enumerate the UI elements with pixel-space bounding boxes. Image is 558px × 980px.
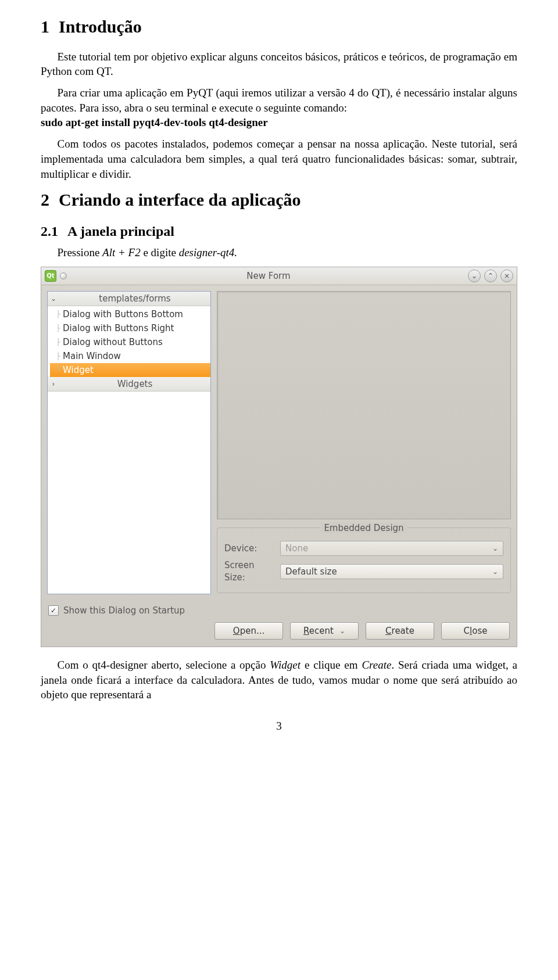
tree-section-widgets[interactable]: › Widgets — [48, 377, 210, 392]
embedded-design-group: Embedded Design Device: None ⌄ Screen Si… — [217, 527, 511, 593]
collapse-icon[interactable]: ⌄ — [48, 294, 59, 303]
maximize-button[interactable]: ⌃ — [484, 270, 497, 282]
section-1-heading: 1Introdução — [41, 15, 517, 39]
device-label: Device: — [224, 543, 276, 554]
subsection-21-cmd: designer-qt4. — [179, 246, 237, 259]
screen-size-label: Screen Size: — [224, 559, 276, 583]
install-command: sudo apt-get install pyqt4-dev-tools qt4… — [41, 116, 268, 128]
subsection-21-text-a: Pressione — [58, 246, 103, 259]
page-number: 3 — [41, 719, 517, 734]
chevron-down-icon: ⌄ — [471, 271, 477, 281]
tree-item-widget[interactable]: └Widget — [50, 363, 210, 377]
close-button[interactable]: Close — [441, 622, 510, 640]
form-preview — [217, 291, 511, 520]
recent-button[interactable]: Recent⌄ — [290, 622, 359, 640]
subsection-21-number: 2.1 — [41, 224, 58, 239]
section-2-title: Criando a interface da aplicação — [59, 190, 301, 209]
screen-size-combo-value: Default size — [285, 566, 337, 577]
after-dialog-paragraph: Com o qt4-designer aberto, selecione a o… — [41, 658, 517, 702]
section-1-title: Introdução — [59, 17, 142, 36]
section-2-heading: 2Criando a interface da aplicação — [41, 188, 517, 212]
open-button[interactable]: Open... — [214, 622, 283, 640]
embedded-design-legend: Embedded Design — [320, 523, 407, 533]
open-button-rest: pen... — [240, 626, 265, 636]
tree-item-dialog-buttons-bottom[interactable]: ├Dialog with Buttons Bottom — [50, 307, 210, 321]
tree-branch-icon: └ — [53, 365, 63, 375]
after-text-a: Com o qt4-designer aberto, selecione a o… — [58, 659, 270, 671]
after-em-create: Create — [362, 659, 391, 671]
tree-branch-icon: ├ — [53, 324, 63, 333]
dialog-titlebar[interactable]: Qt New Form ⌄ ⌃ × — [41, 267, 517, 285]
tree-item-dialog-without-buttons[interactable]: ├Dialog without Buttons — [50, 335, 210, 349]
tree-branch-icon: ├ — [53, 351, 63, 361]
new-form-dialog: Qt New Form ⌄ ⌃ × ⌄ templates/forms ├Dia… — [41, 267, 517, 647]
section-2-number: 2 — [41, 190, 49, 209]
device-combo-value: None — [285, 543, 308, 554]
subsection-21-text-b: e digite — [141, 246, 179, 259]
template-tree[interactable]: ⌄ templates/forms ├Dialog with Buttons B… — [47, 291, 211, 594]
create-button[interactable]: Create — [366, 622, 434, 640]
titlebar-dot-icon — [60, 272, 67, 279]
screen-size-combo[interactable]: Default size ⌄ — [280, 564, 503, 579]
qt-logo-icon: Qt — [45, 270, 56, 282]
chevron-down-icon: ⌄ — [492, 544, 498, 553]
after-text-b: e clique em — [301, 659, 362, 671]
subsection-21-heading: 2.1A janela principal — [41, 222, 517, 240]
startup-checkbox-row[interactable]: ✓ Show this Dialog on Startup — [41, 600, 517, 616]
tree-item-dialog-buttons-right[interactable]: ├Dialog with Buttons Right — [50, 321, 210, 335]
tree-branch-icon: ├ — [53, 310, 63, 319]
tree-branch-icon: ├ — [53, 338, 63, 347]
chevron-down-icon: ⌄ — [339, 626, 345, 636]
startup-checkbox[interactable]: ✓ — [48, 605, 59, 616]
intro-paragraph-2: Para criar uma aplicação em PyQT (aqui i… — [41, 85, 517, 130]
device-combo[interactable]: None ⌄ — [280, 541, 503, 556]
startup-checkbox-label: Show this Dialog on Startup — [63, 605, 185, 616]
tree-item-main-window[interactable]: ├Main Window — [50, 349, 210, 363]
close-icon: × — [504, 271, 510, 281]
tree-item-label: Main Window — [63, 350, 121, 362]
tree-item-label: Dialog without Buttons — [63, 336, 163, 348]
dialog-title: New Form — [69, 270, 468, 282]
expand-icon[interactable]: › — [48, 379, 59, 389]
subsection-21-keys: Alt + F2 — [102, 246, 141, 259]
subsection-21-intro: Pressione Alt + F2 e digite designer-qt4… — [41, 245, 517, 260]
tree-item-label: Dialog with Buttons Right — [63, 322, 174, 334]
qt-designer-screenshot: Qt New Form ⌄ ⌃ × ⌄ templates/forms ├Dia… — [41, 267, 517, 647]
intro-paragraph-2-text: Para criar uma aplicação em PyQT (aqui i… — [41, 87, 517, 114]
chevron-down-icon: ⌄ — [492, 567, 498, 576]
tree-item-label: Widget — [63, 364, 94, 376]
section-1-number: 1 — [41, 17, 49, 36]
tree-header-widgets: Widgets — [59, 378, 210, 390]
check-icon: ✓ — [51, 606, 56, 615]
tree-header-templates: templates/forms — [59, 293, 210, 304]
close-window-button[interactable]: × — [500, 270, 513, 282]
minimize-button[interactable]: ⌄ — [468, 270, 481, 282]
tree-section-templates[interactable]: ⌄ templates/forms — [48, 292, 210, 306]
after-em-widget: Widget — [270, 659, 301, 671]
chevron-up-icon: ⌃ — [488, 271, 493, 281]
tree-item-label: Dialog with Buttons Bottom — [63, 308, 183, 320]
intro-paragraph-1: Este tutorial tem por objetivo explicar … — [41, 49, 517, 79]
intro-paragraph-3: Com todos os pacotes instalados, podemos… — [41, 137, 517, 181]
subsection-21-title: A janela principal — [67, 224, 174, 239]
